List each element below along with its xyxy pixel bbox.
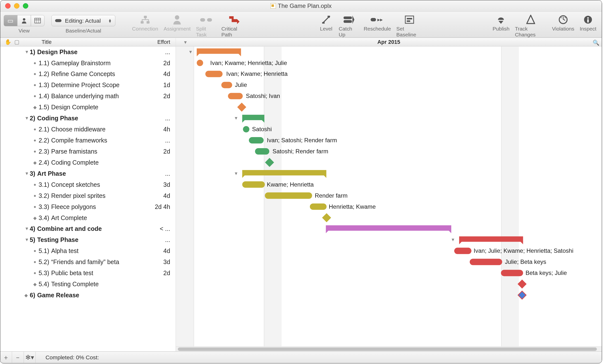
gantt-task-bar[interactable] [205,71,223,77]
gantt-task-bar[interactable] [228,93,243,99]
outline-row[interactable]: ◆1.5)Design Complete [0,102,176,113]
task-number: 5.2) [39,258,49,266]
gantt-group-disclose-icon[interactable]: ▼ [451,237,455,242]
gantt-milestone[interactable] [322,213,331,222]
toolbar-publish-button[interactable]: Publish [493,14,510,38]
gantt-phase-bar[interactable] [242,115,264,120]
gantt-task-bar[interactable] [242,181,265,188]
outline-row[interactable]: ▼4)Combine art and code< ... [0,223,176,235]
disclosure-triangle-icon[interactable]: ▼ [24,171,30,176]
outline-row[interactable]: ●5.2)“Friends and family” beta3d [0,256,176,268]
task-title: “Friends and family” beta [51,258,119,266]
svg-rect-20 [405,16,414,23]
baseline-actual-value: Editing: Actual [65,17,101,24]
outline-row[interactable]: ●3.3)Fleece polygons2d 4h [0,201,176,212]
task-number: 2.3) [39,148,49,155]
search-icon[interactable]: 🔍 [593,40,599,46]
gantt-milestone[interactable] [237,103,246,112]
gantt-task-bar[interactable] [221,82,232,88]
outline-row[interactable]: ▼3)Art Phase... [0,168,176,179]
toolbar-track-changes-button[interactable]: Track Changes [515,14,547,38]
view-resources-button[interactable] [17,15,31,26]
close-window-button[interactable] [5,3,11,9]
remove-task-button[interactable]: － [12,351,24,363]
task-title: Alpha test [51,247,79,254]
view-gantt-button[interactable]: ▭ [4,15,17,26]
disclosure-triangle-icon[interactable]: ▼ [24,237,30,242]
gantt-chart[interactable]: ▼ Apr 2015 🔍 ▼Ivan; Kwame; Henrietta; Ju… [176,38,602,351]
outline-row[interactable]: ●1.4)Balance underlying math2d [0,91,176,102]
task-number: 3.2) [39,192,49,199]
gantt-task-bar[interactable] [197,60,203,66]
gantt-milestone[interactable] [518,291,527,300]
outline-row[interactable]: ●1.2)Refine Game Concepts4d [0,69,176,80]
timeline-header[interactable]: ▼ Apr 2015 🔍 [176,38,602,47]
notes-column-icon[interactable]: ▢ [14,39,19,45]
disclosure-triangle-icon[interactable]: ▼ [24,116,30,121]
disclosure-triangle-icon[interactable]: ▼ [24,226,30,231]
gantt-task-bar[interactable] [243,126,249,132]
outline-row[interactable]: ◆5.4)Testing Complete [0,279,176,290]
outline-row[interactable]: ●3.2)Render pixel sprites4d [0,190,176,201]
gantt-phase-bar[interactable] [459,236,523,242]
gantt-group-disclose-icon[interactable]: ▼ [234,116,238,121]
gantt-task-bar[interactable] [265,192,312,199]
minimize-window-button[interactable] [14,3,19,9]
gantt-phase-bar[interactable] [197,48,241,54]
task-number: 3.1) [39,181,49,188]
outline-row[interactable]: ▼5)Testing Phase... [0,234,176,245]
outline-row[interactable]: ●3.1)Concept sketches3d [0,179,176,190]
action-menu-button[interactable]: ✻▾ [24,351,36,363]
gantt-group-disclose-icon[interactable]: ▼ [188,49,193,55]
gantt-task-bar[interactable] [470,259,502,265]
view-calendar-button[interactable] [31,15,45,26]
column-effort[interactable]: Effort [146,39,176,45]
outline-row[interactable]: ●1.3)Determine Project Scope1d [0,79,176,91]
toolbar-split-task-button[interactable]: Split Task [196,14,216,38]
toolbar-catch-up-button[interactable]: Catch Up [339,14,358,38]
gantt-group-disclose-icon[interactable]: ▼ [234,171,238,176]
gantt-phase-bar[interactable] [326,225,451,231]
outline-row[interactable]: ▼2)Coding Phase... [0,113,176,124]
toolbar-assignment-button[interactable]: Assignment [164,14,191,38]
outline-row[interactable]: ◆3.4)Art Complete [0,212,176,223]
outline-row[interactable]: ●5.3)Public beta test2d [0,268,176,279]
task-effort: 2d [163,93,176,100]
toolbar-connection-button[interactable]: Connection [132,14,158,38]
outline-row[interactable]: ●1.1)Gameplay Brainstorm2d [0,58,176,69]
baseline-actual-dropdown[interactable]: Editing: Actual ▲▼ [51,15,116,26]
gantt-horizontal-scrollbar[interactable] [176,347,602,351]
outline-row[interactable]: ◆6)Game Release [0,290,176,301]
outline-row[interactable]: ●5.1)Alpha test4d [0,245,176,256]
task-title: Art Phase [37,170,66,177]
toolbar-inspect-button[interactable]: Inspect [580,14,596,38]
toolbar-reschedule-button[interactable]: ▶▶Reschedule [364,14,391,38]
gantt-task-bar[interactable] [249,137,264,143]
outline-row[interactable]: ▼1)Design Phase... [0,47,176,58]
add-task-button[interactable]: ＋ [0,351,12,363]
gantt-task-bar[interactable] [501,270,523,276]
task-number: 1.2) [39,71,49,78]
hand-tool-icon[interactable]: ✋ [5,39,11,45]
outline-row[interactable]: ●2.3)Parse framistans2d [0,146,176,157]
toolbar-level-button[interactable]: Level [319,14,333,38]
gantt-assignment-label: Ivan; Kwame; Henrietta [226,71,287,77]
outline-row[interactable]: ◆2.4)Coding Complete [0,157,176,168]
disclosure-triangle-icon[interactable]: ▼ [24,49,30,55]
outline-row[interactable]: ●2.1)Choose middleware4h [0,124,176,135]
task-number: 3) [30,170,35,177]
outline-row[interactable]: ●2.2)Compile frameworks... [0,135,176,146]
gantt-phase-bar[interactable] [242,170,326,175]
gantt-task-bar[interactable] [310,204,327,210]
gantt-milestone[interactable] [518,280,527,289]
toolbar-track-changes-label: Track Changes [515,26,547,38]
toolbar-violations-button[interactable]: Violations [552,14,574,38]
zoom-window-button[interactable] [23,3,28,9]
toolbar-set-baseline-button[interactable]: Set Baseline [396,14,423,38]
gantt-task-bar[interactable] [255,148,269,155]
timeline-disclose-icon[interactable]: ▼ [183,40,188,45]
task-effort: ... [165,115,176,122]
gantt-task-bar[interactable] [454,248,471,254]
column-title[interactable]: Title [20,39,146,45]
toolbar-critical-path-button[interactable]: Critical Path [221,14,247,38]
